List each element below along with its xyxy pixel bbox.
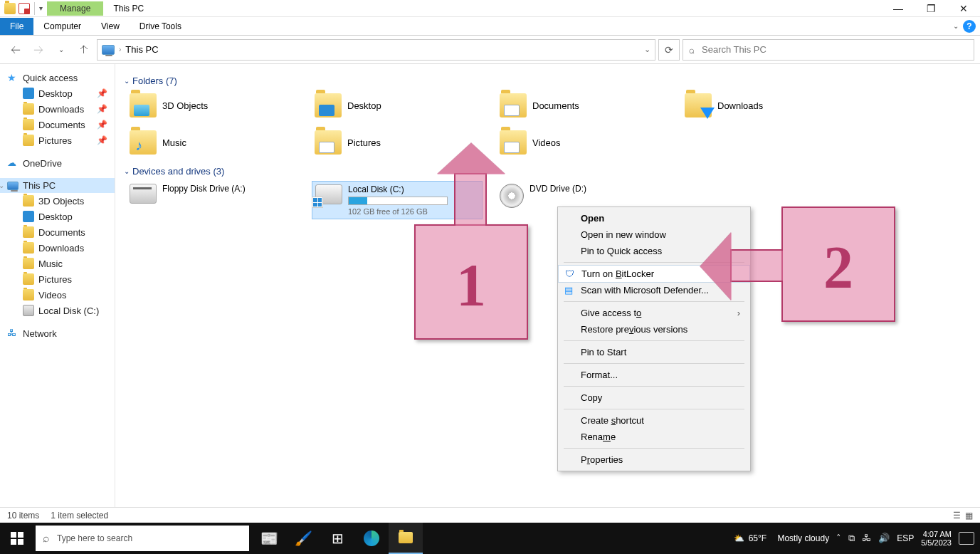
drive-label: DVD Drive (D:): [529, 184, 586, 194]
start-button[interactable]: [0, 523, 34, 554]
menu-label: Restore previous versions: [581, 324, 687, 335]
ribbon-collapse-icon[interactable]: ⌄: [953, 22, 959, 30]
navigation-pane: ★Quick access Desktop📌Downloads📌Document…: [0, 64, 115, 507]
back-button[interactable]: 🡠: [6, 40, 26, 60]
sidebar-item[interactable]: Music: [0, 256, 115, 271]
chevron-down-icon[interactable]: ⌄: [124, 167, 130, 175]
menu-item[interactable]: Give access to›: [558, 305, 750, 321]
item-icon: [23, 289, 34, 300]
taskbar-app-paint[interactable]: 🖌️: [286, 523, 320, 554]
menu-item[interactable]: Rename: [558, 429, 750, 445]
sidebar-item[interactable]: Documents📌: [0, 117, 115, 132]
folder-tile[interactable]: Desktop: [312, 90, 483, 120]
floppy-icon: [130, 184, 157, 204]
search-box[interactable]: ⌕ Search This PC: [683, 39, 974, 61]
folder-tile[interactable]: Videos: [497, 127, 668, 157]
folder-tile[interactable]: Downloads: [682, 90, 853, 120]
item-icon: [23, 226, 34, 238]
folder-icon: [685, 93, 712, 117]
taskbar-app-edge[interactable]: [354, 523, 389, 554]
tray-overflow-icon[interactable]: ˄: [836, 533, 841, 544]
volume-icon[interactable]: 🔊: [878, 533, 890, 544]
sidebar-this-pc[interactable]: ⌄This PC: [0, 178, 115, 193]
clock[interactable]: 4:07 AM5/5/2023: [921, 530, 952, 547]
folder-tile[interactable]: Documents: [497, 90, 668, 120]
folder-tile[interactable]: ♪Music: [127, 127, 297, 157]
sidebar-label: This PC: [23, 180, 56, 191]
menu-item[interactable]: Create shortcut: [558, 412, 750, 429]
search-placeholder: Search This PC: [702, 44, 766, 55]
weather-widget[interactable]: ⛅65°F Mostly cloudy: [734, 533, 830, 543]
tab-view[interactable]: View: [91, 18, 130, 35]
menu-separator: [564, 409, 744, 409]
search-icon: ⌕: [43, 532, 50, 545]
details-view-icon[interactable]: ☰: [953, 511, 961, 521]
sidebar-item[interactable]: Pictures: [0, 271, 115, 287]
sidebar-onedrive[interactable]: ☁OneDrive: [0, 155, 115, 171]
menu-item[interactable]: Properties: [558, 451, 750, 468]
titlebar: ▾ Manage This PC — ❐ ✕: [0, 0, 980, 17]
annotation-number: 1: [456, 251, 486, 320]
sidebar-item[interactable]: Pictures📌: [0, 132, 115, 148]
tab-file[interactable]: File: [0, 18, 33, 35]
tab-drive-tools[interactable]: Drive Tools: [130, 18, 191, 35]
language-indicator[interactable]: ESP: [897, 533, 914, 543]
chevron-down-icon[interactable]: ⌄: [124, 77, 130, 85]
sidebar-item[interactable]: Downloads📌: [0, 101, 115, 117]
tiles-view-icon[interactable]: ▦: [965, 511, 973, 521]
taskbar-app-news[interactable]: 📰: [252, 523, 286, 554]
chevron-down-icon[interactable]: ⌄: [0, 182, 4, 189]
folder-icon: [130, 93, 157, 117]
ribbon-contextual-manage[interactable]: Manage: [47, 1, 103, 16]
sidebar-item[interactable]: Desktop: [0, 209, 115, 224]
folder-icon: [315, 130, 342, 155]
sidebar-item[interactable]: Documents: [0, 224, 115, 240]
clock-date: 5/5/2023: [921, 538, 952, 547]
maximize-button[interactable]: ❐: [915, 0, 947, 17]
menu-item[interactable]: Pin to Start: [558, 344, 750, 360]
menu-item[interactable]: Restore previous versions: [558, 321, 750, 338]
network-icon: 🖧: [7, 328, 19, 339]
pin-icon: 📌: [97, 120, 107, 130]
tab-computer[interactable]: Computer: [33, 18, 91, 35]
drive-label: Local Disk (C:): [348, 184, 448, 194]
help-icon[interactable]: ?: [963, 20, 976, 33]
address-bar[interactable]: › This PC ⌄: [97, 39, 655, 61]
minimize-button[interactable]: —: [882, 0, 915, 17]
network-icon[interactable]: 🖧: [862, 533, 871, 544]
folder-tile[interactable]: 3D Objects: [127, 90, 297, 120]
sidebar-item[interactable]: 3D Objects: [0, 193, 115, 209]
group-header-folders[interactable]: ⌄Folders (7): [124, 75, 973, 86]
group-header-drives[interactable]: ⌄Devices and drives (3): [124, 166, 973, 177]
qat-overflow-icon[interactable]: ▾: [39, 4, 43, 12]
up-button[interactable]: 🡡: [74, 40, 94, 60]
item-icon: [23, 273, 34, 285]
taskbar-search[interactable]: ⌕ Type here to search: [36, 526, 249, 551]
menu-item[interactable]: Open: [558, 210, 750, 226]
properties-icon[interactable]: [19, 3, 30, 14]
sidebar-item[interactable]: Desktop📌: [0, 85, 115, 101]
menu-separator: [564, 363, 744, 364]
sidebar-item[interactable]: Downloads: [0, 240, 115, 256]
address-label[interactable]: This PC: [125, 44, 158, 55]
close-button[interactable]: ✕: [947, 0, 980, 17]
menu-item[interactable]: Format...: [558, 367, 750, 383]
folder-icon: [23, 88, 34, 99]
taskbar-taskview[interactable]: ⊞: [320, 523, 354, 554]
menu-label: Format...: [581, 370, 618, 380]
menu-item[interactable]: Copy: [558, 390, 750, 406]
window-controls: — ❐ ✕: [882, 0, 980, 17]
sidebar-item[interactable]: Local Disk (C:): [0, 303, 115, 318]
address-dropdown-icon[interactable]: ⌄: [644, 45, 650, 54]
history-dropdown-icon[interactable]: ⌄: [51, 40, 71, 60]
sidebar-network[interactable]: 🖧Network: [0, 325, 115, 341]
sidebar-item[interactable]: Videos: [0, 287, 115, 303]
drive-tile[interactable]: Floppy Disk Drive (A:): [127, 181, 297, 219]
forward-button[interactable]: 🡢: [28, 40, 48, 60]
sidebar-quick-access[interactable]: ★Quick access: [0, 70, 115, 85]
action-center-icon[interactable]: [959, 532, 974, 545]
taskbar-app-explorer[interactable]: [389, 523, 423, 554]
meet-now-icon[interactable]: ⧉: [848, 533, 855, 544]
refresh-button[interactable]: ⟳: [658, 39, 680, 61]
chevron-right-icon[interactable]: ›: [119, 46, 121, 53]
